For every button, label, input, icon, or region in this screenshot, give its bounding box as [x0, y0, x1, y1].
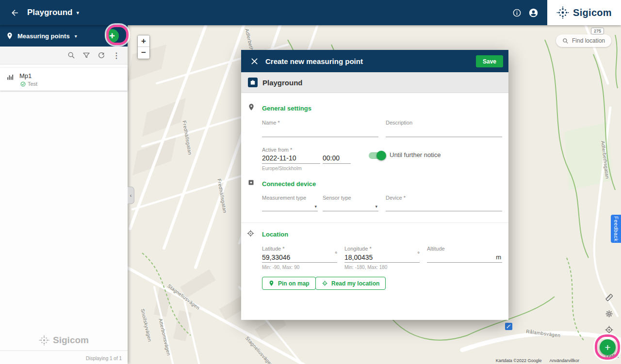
topbar: Playground ▾ Sigicom — [0, 0, 621, 25]
pin-on-map-label: Pin on map — [278, 280, 310, 287]
dialog-header: Create new measuring point Save — [241, 50, 508, 72]
road-number-badge: 275 — [591, 28, 604, 34]
gear-icon[interactable] — [604, 308, 614, 319]
active-from-time-field[interactable]: 00:00 — [323, 147, 351, 166]
sidebar-toolbar: ⋮ — [0, 47, 128, 64]
location-heading: Location — [262, 231, 288, 238]
sigicom-logo-icon — [39, 335, 49, 346]
device-field[interactable]: Device * — [386, 195, 502, 214]
ruler-icon[interactable] — [604, 292, 614, 302]
waveform-icon — [7, 74, 15, 87]
search-icon[interactable] — [67, 51, 76, 60]
create-measuring-point-dialog: Create new measuring point Save Playgrou… — [241, 50, 508, 320]
divider — [241, 222, 508, 223]
dialog-project-name: Playground — [262, 79, 303, 87]
map-attribution: Kartdata ©2022 Google Användarvillkor — [496, 358, 579, 363]
map-measure-icon[interactable] — [505, 323, 512, 330]
crosshair-icon — [322, 280, 328, 286]
my-location-icon[interactable] — [604, 324, 614, 335]
terms-link[interactable]: Användarvillkor — [549, 358, 579, 363]
measuring-point-icon — [6, 32, 14, 40]
longitude-field[interactable]: Longitude * 18,00435 ° Min: -180, Max: 1… — [344, 246, 420, 271]
find-location-button[interactable]: Find location — [556, 34, 611, 47]
zoom-in-button[interactable]: + — [138, 35, 149, 47]
measurement-type-select[interactable]: Measurement type ▾ — [262, 195, 318, 214]
altitude-unit: m — [496, 253, 501, 261]
chevron-down-icon: ▾ — [314, 204, 317, 209]
device-label: Device * — [386, 195, 406, 201]
refresh-icon[interactable] — [97, 51, 106, 60]
sensor-type-select[interactable]: Sensor type ▾ — [323, 195, 378, 214]
measurement-type-label: Measurement type — [262, 195, 306, 201]
description-label: Description — [386, 120, 412, 126]
read-my-location-label: Read my location — [331, 280, 379, 287]
name-field[interactable]: Name * — [262, 120, 378, 139]
read-my-location-button[interactable]: Read my location — [315, 277, 386, 290]
sensor-type-label: Sensor type — [323, 195, 351, 201]
search-icon — [562, 38, 569, 44]
latitude-value: 59,33046 — [262, 253, 290, 261]
project-icon — [248, 78, 258, 87]
feedback-tab[interactable]: Feedback — [611, 215, 621, 243]
general-settings-heading: General settings — [262, 105, 311, 112]
divider — [0, 350, 128, 351]
app: Adlerbethsgatan Fredhällsgatan Fredhälls… — [0, 0, 621, 364]
displaying-count: Displaying 1 of 1 — [86, 356, 122, 361]
sidebar-brand: Sigicom — [0, 335, 128, 346]
active-from-time-value: 00:00 — [323, 154, 340, 162]
pin-icon — [268, 280, 275, 286]
latitude-field[interactable]: Latitude * 59,33046 ° Min: -90, Max: 90 — [262, 246, 337, 271]
measuring-point-status: Test — [28, 81, 37, 87]
connected-device-heading: Connected device — [262, 180, 316, 188]
brand-logo: Sigicom — [547, 0, 621, 25]
measuring-point-name: Mp1 — [19, 72, 37, 79]
zoom-out-button[interactable]: − — [138, 47, 149, 59]
close-icon[interactable] — [246, 53, 262, 69]
leaflet-credit[interactable]: Leaflet — [605, 354, 619, 359]
chevron-down-icon: ▾ — [375, 204, 377, 209]
sidebar-title[interactable]: Measuring points — [17, 32, 70, 40]
project-title[interactable]: Playground — [27, 8, 73, 17]
add-measuring-point-button[interactable]: + — [105, 29, 119, 43]
latitude-hint: Min: -90, Max: 90 — [262, 265, 299, 270]
active-from-label: Active from * — [262, 147, 292, 153]
altitude-label: Altitude — [427, 246, 445, 252]
crosshair-icon — [246, 229, 255, 237]
brand-name: Sigicom — [573, 7, 612, 18]
description-field[interactable]: Description — [386, 120, 502, 139]
pin-on-map-button[interactable]: Pin on map — [262, 277, 316, 290]
pin-icon — [247, 103, 255, 111]
device-icon — [247, 179, 255, 186]
zoom-control: + − — [137, 35, 150, 59]
account-icon[interactable] — [525, 4, 541, 21]
find-location-label: Find location — [572, 37, 605, 44]
kebab-menu-icon[interactable]: ⋮ — [112, 51, 121, 60]
until-further-notice-toggle[interactable] — [369, 152, 385, 159]
longitude-label: Longitude * — [344, 246, 372, 252]
active-from-date-value: 2022-11-10 — [262, 154, 296, 162]
longitude-value: 18,00435 — [344, 253, 373, 261]
longitude-hint: Min: -180, Max: 180 — [344, 265, 387, 270]
sidebar-collapse-handle[interactable]: ‹ — [128, 187, 134, 204]
latitude-label: Latitude * — [262, 246, 284, 252]
sidebar-header: Measuring points ▾ + — [0, 25, 128, 47]
timezone-hint: Europe/Stockholm — [262, 166, 302, 171]
save-button[interactable]: Save — [476, 55, 503, 67]
list-item-mp1[interactable]: Mp1 Test — [0, 68, 128, 91]
sidebar: Measuring points ▾ + ⋮ Mp1 — [0, 25, 128, 364]
map-copyright: Kartdata ©2022 Google — [496, 358, 542, 363]
sidebar-dropdown-caret[interactable]: ▾ — [75, 33, 77, 39]
info-icon[interactable] — [508, 4, 525, 21]
project-dropdown-caret[interactable]: ▾ — [77, 10, 80, 16]
filter-icon[interactable] — [82, 51, 91, 60]
sigicom-logo-icon — [556, 6, 569, 19]
degree-unit: ° — [335, 251, 337, 257]
degree-unit: ° — [417, 251, 420, 257]
altitude-field[interactable]: Altitude m — [427, 246, 502, 271]
map-add-fab[interactable]: + — [600, 339, 616, 355]
active-from-field[interactable]: Active from * 2022-11-10 Europe/Stockhol… — [262, 147, 320, 170]
name-label: Name * — [262, 120, 280, 126]
dialog-subheader: Playground — [241, 72, 508, 93]
back-button[interactable] — [6, 4, 23, 21]
dialog-title: Create new measuring point — [265, 57, 363, 65]
